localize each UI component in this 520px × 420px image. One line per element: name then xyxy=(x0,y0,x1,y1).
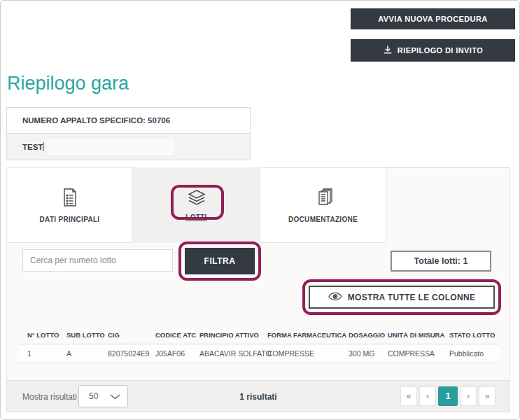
download-icon xyxy=(383,45,393,56)
pagination: « ‹ 1 › » xyxy=(400,386,496,406)
tab-dati-principali[interactable]: DATI PRINCIPALI xyxy=(6,167,133,243)
cell-unita-di-misura: COMPRESSA xyxy=(388,344,449,363)
document-list-icon xyxy=(62,188,78,210)
layers-icon xyxy=(188,190,206,208)
lots-table: N° LOTTO SUB LOTTO CIG CODICE ATC PRINCI… xyxy=(19,326,499,363)
avvia-nuova-procedura-button[interactable]: AVVIA NUOVA PROCEDURA xyxy=(351,8,515,29)
tab-documentazione-label: DOCUMENTAZIONE xyxy=(288,216,358,223)
tab-lotti-label: LOTTI xyxy=(185,214,206,221)
text-cursor xyxy=(43,142,44,151)
mostra-tutte-le-colonne-button[interactable]: MOSTRA TUTTE LE COLONNE xyxy=(309,286,495,309)
search-input[interactable] xyxy=(22,249,173,272)
cell-forma-farmaceutica: COMPRESSE xyxy=(267,344,349,363)
cell-n-lotto: 1 xyxy=(19,344,66,363)
gara-name-label: TEST xyxy=(22,143,43,151)
pagination-current-page[interactable]: 1 xyxy=(438,386,458,406)
table-row[interactable]: 1 A 82075024E9 J05AF06 ABACAVIR SOLFATO … xyxy=(19,344,499,363)
col-principio-attivo: PRINCIPIO ATTIVO xyxy=(199,326,267,344)
cell-principio-attivo: ABACAVIR SOLFATO xyxy=(199,344,267,363)
filtra-button[interactable]: FILTRA xyxy=(185,248,255,274)
pagination-last-button[interactable]: » xyxy=(479,386,496,406)
page-title: Riepilogo gara xyxy=(7,73,129,94)
pagination-prev-button[interactable]: ‹ xyxy=(419,386,436,406)
table-footer: Mostra risultati 50 1 risultati « ‹ 1 › … xyxy=(7,380,510,412)
riepilogo-di-invito-label: RIEPILOGO DI INVITO xyxy=(398,46,483,55)
cell-dosaggio: 300 MG xyxy=(349,344,388,363)
col-unita-di-misura: UNITÀ DI MISURA xyxy=(388,326,449,344)
numero-appalto-label: NUMERO APPALTO SPECIFICO: 50706 xyxy=(22,116,170,125)
pagination-next-button[interactable]: › xyxy=(460,386,477,406)
page-size-value: 50 xyxy=(89,391,98,401)
chevron-down-icon xyxy=(110,390,120,402)
results-count: 1 risultati xyxy=(239,392,276,402)
table-header-row: N° LOTTO SUB LOTTO CIG CODICE ATC PRINCI… xyxy=(19,326,499,344)
gara-name-box: TEST xyxy=(6,134,251,160)
col-cig: CIG xyxy=(108,326,155,344)
eye-icon xyxy=(328,292,342,303)
col-codice-atc: CODICE ATC xyxy=(155,326,199,344)
col-sub-lotto: SUB LOTTO xyxy=(66,326,108,344)
cell-sub-lotto: A xyxy=(66,344,108,363)
redacted-text-block xyxy=(47,139,174,155)
cell-cig: 82075024E9 xyxy=(108,344,155,363)
col-stato-lotto: STATO LOTTO xyxy=(449,326,499,344)
avvia-nuova-procedura-label: AVVIA NUOVA PROCEDURA xyxy=(378,15,487,23)
cell-stato-lotto: Pubblicato xyxy=(449,344,499,363)
page-size-label: Mostra risultati xyxy=(22,392,77,402)
pagination-first-button[interactable]: « xyxy=(400,386,417,406)
cell-codice-atc: J05AF06 xyxy=(155,344,199,363)
tab-lotti[interactable]: LOTTI xyxy=(133,167,260,243)
documents-stack-icon xyxy=(314,188,332,210)
riepilogo-di-invito-button[interactable]: RIEPILOGO DI INVITO xyxy=(351,39,515,62)
col-dosaggio: DOSAGGIO xyxy=(349,326,388,344)
tab-dati-principali-label: DATI PRINCIPALI xyxy=(40,216,100,223)
numero-appalto-box: NUMERO APPALTO SPECIFICO: 50706 xyxy=(6,107,251,134)
col-forma-farmaceutica: FORMA FARMACEUTICA xyxy=(267,326,349,344)
tab-documentazione[interactable]: DOCUMENTAZIONE xyxy=(260,167,386,243)
col-n-lotto: N° LOTTO xyxy=(19,326,66,344)
totale-lotti-badge: Totale lotti: 1 xyxy=(391,251,491,272)
page-size-select[interactable]: 50 xyxy=(78,385,128,407)
mostra-tutte-le-colonne-label: MOSTRA TUTTE LE COLONNE xyxy=(348,293,475,302)
riepilogo-gara-screen: AVVIA NUOVA PROCEDURA RIEPILOGO DI INVIT… xyxy=(0,0,520,420)
gara-detail-panel: DATI PRINCIPALI LOTTI DOC xyxy=(6,167,510,412)
